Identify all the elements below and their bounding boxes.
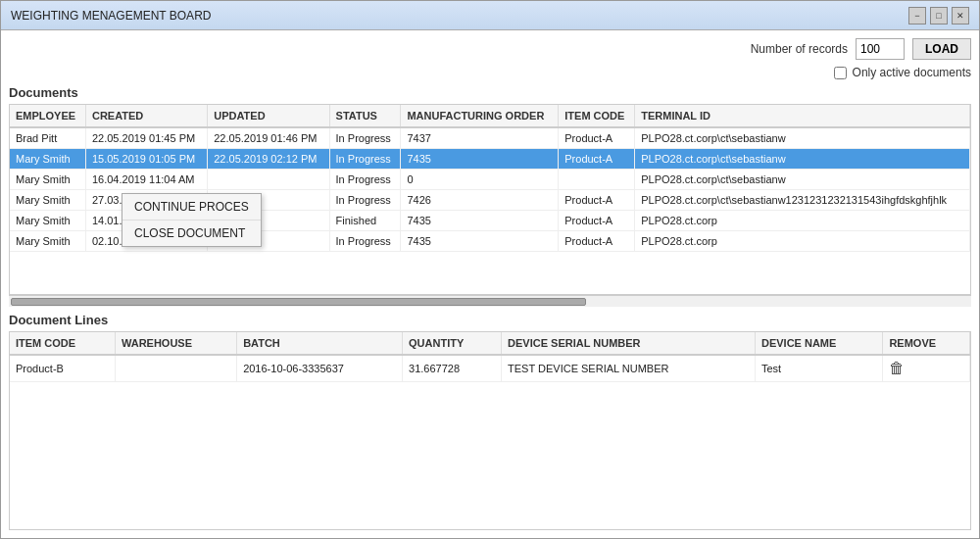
cell-employee: Mary Smith: [10, 149, 85, 170]
doc-lines-header: ITEM CODE WAREHOUSE BATCH QUANTITY DEVIC…: [10, 332, 970, 355]
context-menu-item-continue[interactable]: CONTINUE PROCES: [122, 194, 261, 220]
window-title: WEIGHTING MENAGEMENT BOARD: [11, 9, 211, 23]
h-scrollbar-thumb[interactable]: [11, 298, 586, 306]
dl-cell-device-name: Test: [755, 355, 882, 382]
cell-employee: Mary Smith: [10, 231, 85, 252]
table-row[interactable]: Brad Pitt 22.05.2019 01:45 PM 22.05.2019…: [10, 127, 970, 149]
dl-col-warehouse: WAREHOUSE: [115, 332, 236, 355]
cell-mfg-order: 7437: [401, 127, 559, 149]
col-updated: UPDATED: [208, 105, 329, 127]
list-item: Product-B 2016-10-06-3335637 31.667728 T…: [10, 355, 970, 382]
col-terminal-id: TERMINAL ID: [635, 105, 970, 127]
window-controls: − □ ✕: [908, 7, 969, 24]
cell-employee: Mary Smith: [10, 211, 85, 231]
cell-created: 15.05.2019 01:05 PM: [85, 149, 207, 170]
cell-status: In Progress: [329, 127, 401, 149]
dl-col-quantity: QUANTITY: [403, 332, 502, 355]
documents-section-label: Documents: [9, 85, 971, 100]
cell-item-code: Product-A: [559, 211, 635, 231]
col-created: CREATED: [85, 105, 207, 127]
cell-item-code: Product-A: [559, 149, 635, 170]
active-docs-label: Only active documents: [853, 66, 971, 79]
col-employee: EMPLOYEE: [10, 105, 85, 127]
cell-item-code: Product-A: [559, 190, 635, 211]
cell-status: In Progress: [329, 231, 401, 252]
remove-icon[interactable]: 🗑: [889, 360, 905, 377]
dl-col-item-code: ITEM CODE: [10, 332, 115, 355]
cell-item-code: Product-A: [559, 127, 635, 149]
dl-cell-warehouse: [115, 355, 236, 382]
cell-status: Finished: [329, 211, 401, 231]
dl-cell-device-serial: TEST DEVICE SERIAL NUMBER: [502, 355, 756, 382]
cell-terminal-id: PLPO28.ct.corp\ct\sebastianw123123123213…: [635, 190, 970, 211]
dl-cell-item-code: Product-B: [10, 355, 115, 382]
main-window: WEIGHTING MENAGEMENT BOARD − □ ✕ Number …: [0, 0, 980, 539]
cell-employee: Mary Smith: [10, 190, 85, 211]
title-bar: WEIGHTING MENAGEMENT BOARD − □ ✕: [1, 1, 979, 30]
cell-created: 16.04.2019 11:04 AM: [85, 170, 207, 190]
cell-mfg-order: 7435: [401, 149, 559, 170]
cell-status: In Progress: [329, 149, 401, 170]
documents-table-header: EMPLOYEE CREATED UPDATED STATUS MANUFACT…: [10, 105, 970, 127]
close-button[interactable]: ✕: [952, 7, 969, 24]
content-area: Number of records LOAD Only active docum…: [1, 30, 979, 538]
h-scrollbar[interactable]: [9, 295, 971, 307]
cell-item-code: [559, 170, 635, 190]
cell-status: In Progress: [329, 190, 401, 211]
records-label: Number of records: [751, 42, 848, 56]
context-menu: CONTINUE PROCES CLOSE DOCUMENT: [122, 193, 262, 247]
cell-created: 22.05.2019 01:45 PM: [85, 127, 207, 149]
doc-lines-section: Document Lines ITEM CODE WAREHOUSE BATCH…: [9, 313, 971, 530]
cell-terminal-id: PLPO28.ct.corp\ct\sebastianw: [635, 170, 970, 190]
maximize-button[interactable]: □: [930, 7, 948, 24]
cell-item-code: Product-A: [559, 231, 635, 252]
cell-updated: 22.05.2019 02:12 PM: [208, 149, 329, 170]
load-button[interactable]: LOAD: [912, 38, 971, 60]
dl-col-remove: REMOVE: [883, 332, 970, 355]
documents-table-container[interactable]: EMPLOYEE CREATED UPDATED STATUS MANUFACT…: [9, 104, 971, 295]
dl-col-batch: BATCH: [237, 332, 403, 355]
dl-cell-quantity: 31.667728: [403, 355, 502, 382]
doc-lines-label: Document Lines: [9, 313, 971, 327]
col-status: STATUS: [329, 105, 401, 127]
cell-updated: 22.05.2019 01:46 PM: [208, 127, 329, 149]
cell-mfg-order: 7426: [401, 190, 559, 211]
dl-col-device-name: DEVICE NAME: [755, 332, 882, 355]
table-row[interactable]: Mary Smith 15.05.2019 01:05 PM 22.05.201…: [10, 149, 970, 170]
cell-mfg-order: 7435: [401, 211, 559, 231]
context-menu-item-close[interactable]: CLOSE DOCUMENT: [122, 220, 261, 246]
active-docs-row: Only active documents: [9, 66, 971, 79]
doc-lines-table-container[interactable]: ITEM CODE WAREHOUSE BATCH QUANTITY DEVIC…: [9, 331, 971, 530]
dl-col-device-serial: DEVICE SERIAL NUMBER: [502, 332, 756, 355]
cell-terminal-id: PLPO28.ct.corp: [635, 231, 970, 252]
cell-mfg-order: 0: [401, 170, 559, 190]
cell-updated: [208, 170, 329, 190]
active-docs-checkbox[interactable]: [834, 67, 847, 79]
cell-employee: Brad Pitt: [10, 127, 85, 149]
dl-cell-batch: 2016-10-06-3335637: [237, 355, 403, 382]
cell-mfg-order: 7435: [401, 231, 559, 252]
records-input[interactable]: [856, 38, 905, 60]
cell-terminal-id: PLPO28.ct.corp\ct\sebastianw: [635, 149, 970, 170]
minimize-button[interactable]: −: [908, 7, 926, 24]
cell-status: In Progress: [329, 170, 401, 190]
col-item-code: ITEM CODE: [559, 105, 635, 127]
cell-employee: Mary Smith: [10, 170, 85, 190]
doc-lines-table: ITEM CODE WAREHOUSE BATCH QUANTITY DEVIC…: [10, 332, 970, 382]
dl-cell-remove[interactable]: 🗑: [883, 355, 970, 382]
top-controls: Number of records LOAD: [9, 38, 971, 60]
table-row[interactable]: Mary Smith 16.04.2019 11:04 AM In Progre…: [10, 170, 970, 190]
cell-terminal-id: PLPO28.ct.corp: [635, 211, 970, 231]
cell-terminal-id: PLPO28.ct.corp\ct\sebastianw: [635, 127, 970, 149]
col-mfg-order: MANUFACTURING ORDER: [401, 105, 559, 127]
